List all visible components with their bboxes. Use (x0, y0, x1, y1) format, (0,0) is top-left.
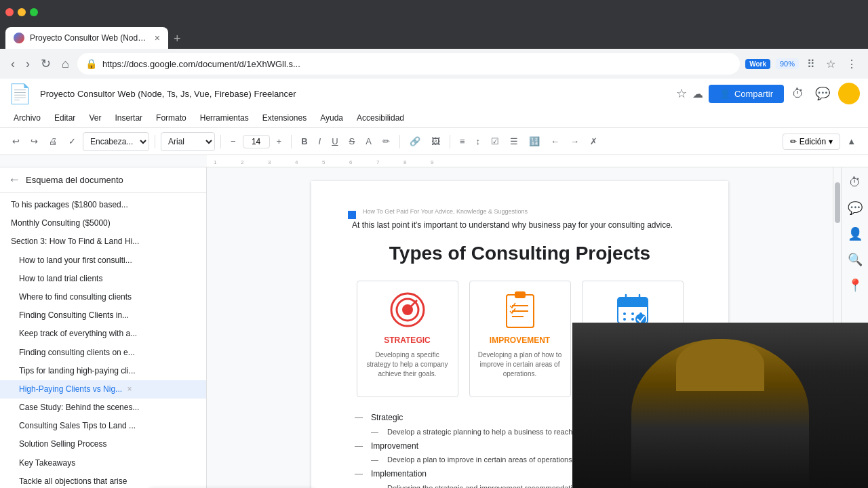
right-comment-icon[interactable]: 💬 (845, 198, 865, 218)
share-button[interactable]: 👤 Compartir (709, 85, 784, 103)
menu-extensiones[interactable]: Extensiones (257, 112, 312, 124)
close-window-button[interactable] (5, 8, 14, 16)
bullet-implementation-main: Implementation (371, 469, 427, 479)
sidebar-item-key-takeaways[interactable]: Key Takeaways (0, 454, 206, 472)
decrease-font-button[interactable]: − (226, 134, 240, 149)
menu-ayuda[interactable]: Ayuda (315, 112, 349, 124)
title-bar (0, 0, 868, 24)
font-select[interactable]: Arial (161, 132, 215, 151)
pencil-icon: ✏ (790, 137, 797, 146)
sidebar-item-sales-tips[interactable]: Consulting Sales Tips to Land ... (0, 417, 206, 435)
svg-point-15 (623, 312, 626, 315)
history-button[interactable]: ⏱ (789, 84, 807, 104)
align-button[interactable]: ≡ (456, 134, 469, 149)
user-avatar[interactable] (838, 83, 860, 104)
sidebar-item-solution-selling[interactable]: Solution Selling Process (0, 435, 206, 453)
print-button[interactable]: 🖨 (45, 134, 62, 149)
bold-button[interactable]: B (297, 134, 311, 149)
underline-button[interactable]: U (328, 134, 342, 149)
heading-style-select[interactable]: Encabeza... (83, 132, 149, 151)
sidebar-item-section3[interactable]: Section 3: How To Find & Land Hi... (0, 232, 206, 251)
increase-font-button[interactable]: + (273, 134, 286, 149)
sidebar-item-monthly[interactable]: Monthly Consulting ($5000) (0, 214, 206, 232)
strikethrough-button[interactable]: S (345, 134, 359, 149)
sidebar-item-keep-track[interactable]: Keep track of everything with a... (0, 325, 206, 343)
spell-check-button[interactable]: ✓ (64, 134, 80, 149)
highlight-button[interactable]: ✏ (378, 134, 394, 149)
save-icon: ☁ (692, 87, 703, 100)
bullet-strategic-main: Strategic (371, 413, 403, 422)
browser-menu-icon[interactable]: ⋮ (844, 55, 860, 73)
bullet-list-button[interactable]: ☰ (506, 134, 522, 149)
edit-mode-button[interactable]: ✏ Edición ▾ (783, 134, 840, 150)
menu-ver[interactable]: Ver (83, 112, 106, 124)
star-button[interactable]: ☆ (676, 86, 687, 101)
right-search-icon[interactable]: 🔍 (845, 249, 865, 270)
image-button[interactable]: 🖼 (427, 134, 444, 149)
undo-button[interactable]: ↩ (8, 134, 24, 149)
edit-label: Edición (800, 137, 826, 146)
improvement-label: IMPROVEMENT (490, 336, 550, 345)
docs-toolbar: 📄 Proyecto Consultor Web (Node, Ts, Js, … (0, 79, 868, 155)
svg-point-18 (623, 318, 626, 321)
maximize-window-button[interactable] (30, 8, 38, 16)
new-tab-button[interactable]: + (168, 29, 186, 49)
minimize-window-button[interactable] (18, 8, 26, 16)
ruler-inner: 1 2 3 4 5 6 7 8 9 (207, 155, 868, 167)
video-overlay (572, 323, 868, 488)
menu-insertar[interactable]: Insertar (109, 112, 148, 124)
menu-formato[interactable]: Formato (151, 112, 192, 124)
right-location-icon[interactable]: 📍 (845, 275, 865, 296)
intro-text: At this last point it's important to und… (352, 219, 688, 232)
sidebar-item-tips[interactable]: Tips for landing high-paying cli... (0, 362, 206, 380)
font-size-input[interactable]: 14 (243, 135, 270, 148)
home-button[interactable]: ⌂ (59, 54, 72, 74)
sidebar-item-first[interactable]: How to land your first consulti... (0, 251, 206, 270)
link-button[interactable]: 🔗 (406, 134, 425, 149)
sidebar-item-case-study[interactable]: Case Study: Behind the scenes... (0, 399, 206, 417)
tab-close-button[interactable]: × (155, 33, 160, 43)
forward-button[interactable]: › (23, 54, 33, 74)
clear-format-button[interactable]: ✗ (586, 134, 601, 149)
italic-button[interactable]: I (315, 134, 326, 149)
svg-rect-6 (515, 291, 526, 298)
text-color-button[interactable]: A (361, 134, 376, 149)
checklist-button[interactable]: ☑ (487, 134, 503, 149)
redo-button[interactable]: ↪ (26, 134, 42, 149)
sidebar-item-highpaying[interactable]: High-Paying Clients vs Nig... × (0, 380, 206, 399)
url-text: https://docs.google.com/document/d/1eXhW… (102, 59, 732, 69)
menu-editar[interactable]: Editar (49, 112, 81, 124)
bullet-improvement-main: Improvement (371, 441, 418, 451)
menu-archivo[interactable]: Archivo (8, 112, 46, 124)
sidebar-item-packages[interactable]: To his packages ($1800 based... (0, 196, 206, 214)
right-history-icon[interactable]: ⏱ (846, 173, 864, 192)
sidebar-header: ← Esquema del documento (0, 167, 206, 193)
docs-actions: ☆ ☁ 👤 Compartir ⏱ 💬 (676, 83, 860, 104)
browser-tab[interactable]: Proyecto Consultor Web (Node... × (5, 27, 168, 49)
scrollbar-thumb[interactable] (835, 182, 840, 223)
sidebar-item-finding-in[interactable]: Finding Consulting Clients in... (0, 306, 206, 325)
back-button[interactable]: ‹ (8, 54, 18, 74)
ruler-mark-2: 2 (241, 159, 243, 165)
sidebar-item-trial[interactable]: How to land trial clients (0, 270, 206, 288)
menu-accesibilidad[interactable]: Accesibilidad (351, 112, 410, 124)
comments-button[interactable]: 💬 (812, 83, 833, 104)
refresh-button[interactable]: ↻ (38, 54, 54, 74)
decrease-indent-button[interactable]: ← (547, 134, 564, 149)
tab-title: Proyecto Consultor Web (Node... (30, 33, 149, 43)
sidebar-item-finding-on[interactable]: Finding consulting clients on e... (0, 344, 206, 362)
chevron-down-icon: ▾ (829, 137, 833, 146)
menu-herramientas[interactable]: Herramientas (195, 112, 254, 124)
divider-3 (291, 135, 292, 148)
sidebar-item-objections[interactable]: Tackle all objections that arise (0, 472, 206, 488)
sidebar-item-where[interactable]: Where to find consulting clients (0, 288, 206, 306)
strategic-desc: Developing a specific strategy to help a… (366, 350, 450, 379)
line-spacing-button[interactable]: ↕ (472, 134, 485, 149)
numbered-list-button[interactable]: 🔢 (525, 134, 544, 149)
sidebar-back-button[interactable]: ← (8, 173, 20, 187)
right-person-icon[interactable]: 👤 (845, 224, 865, 244)
increase-indent-button[interactable]: → (566, 134, 583, 149)
address-bar[interactable]: 🔒 https://docs.google.com/document/d/1eX… (77, 53, 740, 75)
collapse-toolbar-button[interactable]: ▲ (843, 134, 860, 149)
docs-logo-icon: 📄 (8, 83, 32, 105)
